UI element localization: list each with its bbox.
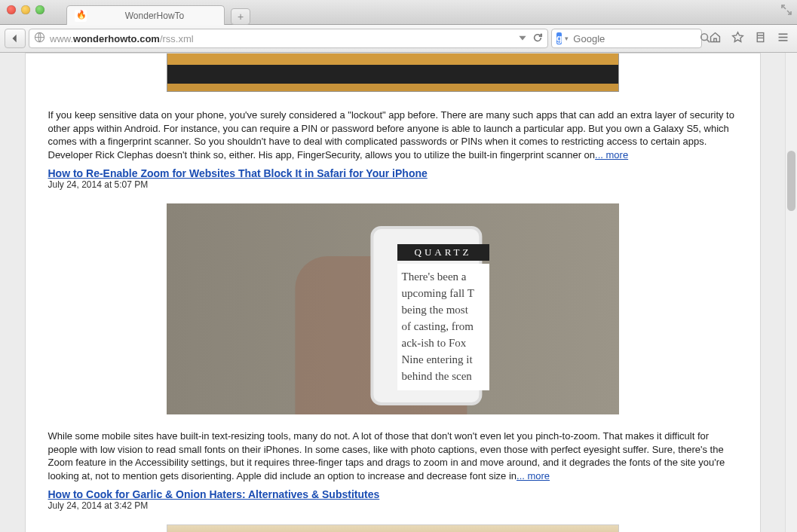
url-path: /rss.xml [160,33,194,44]
svg-rect-5 [778,39,787,41]
scrollbar-thumb[interactable] [787,151,795,211]
article-image [167,524,619,532]
article-title-link[interactable]: How to Cook for Garlic & Onion Haters: A… [48,488,380,500]
search-input[interactable] [573,33,700,44]
article-image [167,54,619,92]
globe-icon [34,32,45,45]
favicon-icon [75,10,87,22]
more-link[interactable]: ... more [595,149,628,161]
tab-title: WonderHowTo [93,11,216,21]
google-icon: g [556,32,562,44]
page-scroll-area[interactable]: If you keep sensitive data on your phone… [0,53,785,532]
page-viewport: If you keep sensitive data on your phone… [0,53,797,532]
close-window-button[interactable] [7,5,16,14]
window-titlebar: WonderHowTo + [0,0,797,25]
navigation-toolbar: www. wonderhowto.com /rss.xml g ▾ [0,25,797,53]
home-button[interactable] [705,31,725,47]
svg-rect-4 [778,36,787,38]
search-engine-dropdown-icon[interactable]: ▾ [565,35,569,42]
article-title-link[interactable]: How to Re-Enable Zoom for Websites That … [48,167,428,179]
reload-button[interactable] [532,32,543,45]
article-body: While some mobile sites have built-in te… [48,430,737,482]
article-date: July 24, 2014 at 3:42 PM [48,500,737,511]
phone-screen-text: There's been a upcoming fall T being the… [397,264,489,390]
reading-list-button[interactable] [750,31,770,47]
url-host: wonderhowto.com [73,33,160,44]
window-controls [0,0,51,14]
svg-rect-3 [778,33,787,35]
article-date: July 24, 2014 at 5:07 PM [48,179,737,190]
bookmarks-button[interactable] [728,31,747,47]
tab-strip: WonderHowTo + [66,0,250,25]
article-title: How to Re-Enable Zoom for Websites That … [48,167,737,179]
vertical-scrollbar[interactable] [785,53,797,532]
page-content: If you keep sensitive data on your phone… [25,53,761,532]
article-title: How to Cook for Garlic & Onion Haters: A… [48,488,737,500]
browser-tab[interactable]: WonderHowTo [66,5,225,25]
minimize-window-button[interactable] [21,5,30,14]
back-button[interactable] [5,29,26,48]
article-image: There's been a upcoming fall T being the… [167,203,619,414]
search-bar[interactable]: g ▾ [551,29,702,48]
zoom-window-button[interactable] [35,5,44,14]
new-tab-button[interactable]: + [231,8,250,25]
fullscreen-icon[interactable] [780,4,792,16]
svg-rect-2 [757,32,764,41]
article-body: If you keep sensitive data on your phone… [48,109,737,161]
address-bar[interactable]: www. wonderhowto.com /rss.xml [29,29,548,48]
url-prefix: www. [50,33,73,44]
dropdown-icon[interactable] [517,32,528,45]
more-link[interactable]: ... more [517,470,550,482]
menu-button[interactable] [773,31,792,47]
